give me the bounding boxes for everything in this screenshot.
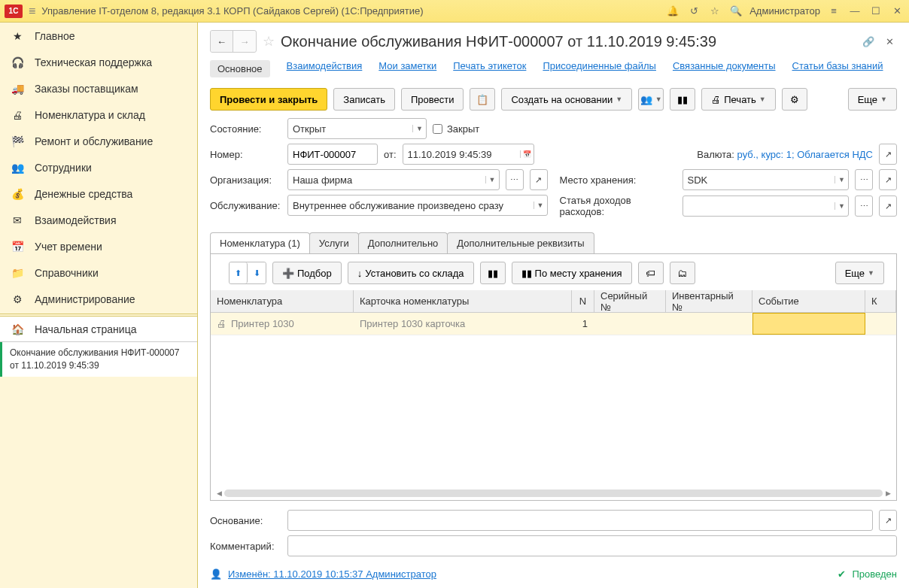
- tab-main[interactable]: Основное: [210, 60, 270, 77]
- sidebar-item-money[interactable]: 💰Денежные средства: [0, 180, 197, 207]
- subtoolbar-more-button[interactable]: Еще▼: [835, 262, 884, 284]
- search-icon[interactable]: 🔍: [728, 4, 743, 19]
- more-button[interactable]: Еще▼: [848, 88, 897, 111]
- row-up-button[interactable]: ⬆: [230, 262, 248, 283]
- nav-forward-button[interactable]: →: [233, 31, 256, 52]
- gear-icon: ⚙: [11, 292, 24, 306]
- sidebar-item-staff[interactable]: 👥Сотрудники: [0, 154, 197, 180]
- link-icon[interactable]: 🔗: [861, 34, 876, 49]
- tools-button[interactable]: ⚙: [782, 88, 807, 111]
- basis-label: Основание:: [210, 515, 281, 526]
- basis-input[interactable]: [287, 510, 873, 531]
- storage-open-button[interactable]: ↗: [879, 169, 897, 190]
- currency-link[interactable]: руб., курс: 1; Облагается НДС: [737, 149, 873, 160]
- subtab-extra-req[interactable]: Дополнительные реквизиты: [447, 232, 594, 253]
- income-open-button[interactable]: ↗: [879, 195, 897, 217]
- th-event[interactable]: Событие: [752, 290, 865, 312]
- basis-open-button[interactable]: ↗: [879, 510, 897, 531]
- tab-related[interactable]: Связанные документы: [673, 60, 776, 77]
- subtab-services[interactable]: Услуги: [309, 232, 359, 253]
- minimize-icon[interactable]: —: [847, 4, 862, 19]
- subtab-extra[interactable]: Дополнительно: [358, 232, 448, 253]
- modified-link[interactable]: Изменён: 11.10.2019 10:15:37 Администрат…: [228, 568, 436, 580]
- income-select[interactable]: ▼: [683, 195, 850, 217]
- th-serial[interactable]: Серийный №: [594, 290, 666, 312]
- date-input[interactable]: 11.10.2019 9:45:39📅: [403, 144, 534, 165]
- sidebar-open-doc[interactable]: Окончание обслуживания НФИТ-000007 от 11…: [0, 342, 197, 377]
- print-button[interactable]: 🖨 Печать▼: [701, 88, 776, 111]
- tab-interactions[interactable]: Взаимодействия: [287, 60, 363, 77]
- currency-open-button[interactable]: ↗: [879, 144, 897, 165]
- subtab-nomenclature[interactable]: Номенклатура (1): [210, 232, 310, 253]
- tab-kb[interactable]: Статьи базы знаний: [792, 60, 883, 77]
- storage-pick-button[interactable]: ⋯: [855, 169, 873, 190]
- maximize-icon[interactable]: ☐: [868, 4, 883, 19]
- th-nomenclature[interactable]: Номенклатура: [211, 290, 354, 312]
- status-text: Проведен: [852, 568, 897, 580]
- org-open-button[interactable]: ↗: [530, 169, 548, 190]
- tag-button[interactable]: 🏷: [638, 262, 664, 284]
- sidebar-item-refs[interactable]: 📁Справочники: [0, 259, 197, 286]
- star-icon[interactable]: ☆: [707, 4, 722, 19]
- close-doc-icon[interactable]: ✕: [882, 34, 897, 49]
- doc-title: Окончание обслуживания НФИТ-000007 от 11…: [281, 33, 716, 50]
- favorite-icon[interactable]: ☆: [263, 33, 275, 50]
- tab-notes[interactable]: Мои заметки: [378, 60, 436, 77]
- currency-info: Валюта: руб., курс: 1; Облагается НДС: [697, 149, 873, 160]
- barcode-lines-button[interactable]: ▮▮: [480, 262, 506, 284]
- settings-icon[interactable]: ≡: [826, 4, 841, 19]
- sidebar-item-support[interactable]: 🎧Техническая поддержка: [0, 49, 197, 75]
- income-pick-button[interactable]: ⋯: [855, 195, 873, 217]
- number-input[interactable]: [287, 144, 378, 165]
- service-select[interactable]: Внутреннее обслуживание произведено сраз…: [287, 195, 548, 216]
- table-scrollbar[interactable]: ◀▶: [214, 488, 893, 499]
- post-button[interactable]: Провести: [401, 88, 464, 111]
- by-storage-button[interactable]: ▮▮ По месту хранения: [512, 262, 632, 284]
- doc-toolbar: Провести и закрыть Записать Провести 📋 С…: [198, 85, 909, 118]
- tab-labels[interactable]: Печать этикеток: [453, 60, 526, 77]
- history-icon[interactable]: ↺: [686, 4, 701, 19]
- report-button[interactable]: 📋: [470, 88, 495, 111]
- th-inventory[interactable]: Инвентарный №: [666, 290, 752, 312]
- barcode-button[interactable]: ▮▮: [670, 88, 695, 111]
- sidebar-item-time[interactable]: 📅Учет времени: [0, 233, 197, 259]
- sidebar-item-main[interactable]: ★Главное: [0, 23, 197, 49]
- th-k[interactable]: К: [865, 290, 896, 312]
- th-n[interactable]: N: [572, 290, 594, 312]
- titlebar: 1C ≡ Управление IT-отделом 8, редакция 3…: [0, 0, 909, 23]
- post-close-button[interactable]: Провести и закрыть: [210, 88, 327, 111]
- save-button[interactable]: Записать: [333, 88, 395, 111]
- create-based-button[interactable]: Создать на основании▼: [501, 88, 632, 111]
- mail-icon: ✉: [11, 214, 24, 227]
- set-stock-button[interactable]: ↓ Установить со склада: [348, 262, 474, 284]
- users-icon: 👥: [11, 161, 24, 174]
- nav-back-button[interactable]: ←: [211, 31, 233, 52]
- table-row[interactable]: 🖨Принтер 1030 Принтер 1030 карточка 1: [211, 313, 896, 335]
- user-icon: 👤: [210, 568, 222, 580]
- row-down-button[interactable]: ⬇: [248, 262, 266, 283]
- th-card[interactable]: Карточка номенклатуры: [354, 290, 572, 312]
- from-label: от:: [384, 149, 397, 160]
- user-name[interactable]: Администратор: [749, 5, 820, 17]
- org-label: Организация:: [210, 174, 281, 186]
- comment-input[interactable]: [287, 535, 897, 556]
- sidebar-item-interactions[interactable]: ✉Взаимодействия: [0, 207, 197, 233]
- pick-button[interactable]: ➕ Подбор: [272, 262, 342, 284]
- sidebar-item-admin[interactable]: ⚙Администрирование: [0, 286, 197, 312]
- sidebar-home[interactable]: 🏠Начальная страница: [0, 316, 197, 342]
- storage-select[interactable]: SDK▼: [683, 169, 850, 190]
- sidebar-item-repair[interactable]: 🏁Ремонт и обслуживание: [0, 128, 197, 154]
- close-icon[interactable]: ✕: [889, 4, 904, 19]
- card-button[interactable]: 🗂: [670, 262, 695, 284]
- closed-checkbox[interactable]: [433, 124, 442, 134]
- state-select[interactable]: Открыт▼: [287, 118, 427, 139]
- users-action-button[interactable]: 👥▼: [638, 88, 664, 111]
- org-select[interactable]: Наша фирма▼: [287, 169, 500, 190]
- sidebar-label: Администрирование: [35, 293, 135, 305]
- menu-icon[interactable]: ≡: [29, 5, 35, 18]
- sidebar-item-stock[interactable]: 🖨Номенклатура и склад: [0, 102, 197, 128]
- bell-icon[interactable]: 🔔: [665, 4, 680, 19]
- tab-files[interactable]: Присоединенные файлы: [543, 60, 656, 77]
- org-pick-button[interactable]: ⋯: [506, 169, 524, 190]
- sidebar-item-orders[interactable]: 🚚Заказы поставщикам: [0, 75, 197, 102]
